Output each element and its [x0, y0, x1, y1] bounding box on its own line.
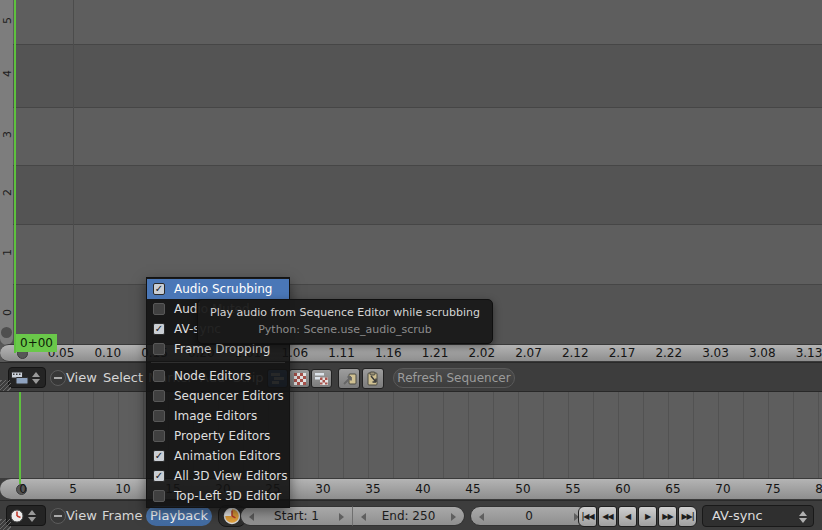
timeline-gridline	[343, 392, 344, 478]
editor-type-selector[interactable]	[8, 367, 46, 388]
checkbox-unchecked-icon[interactable]	[153, 410, 165, 422]
checkbox-unchecked-icon[interactable]	[153, 343, 165, 355]
menu-item-node-editors[interactable]: Node Editors	[147, 366, 289, 386]
channel-band	[0, 165, 822, 224]
collapse-menus-button[interactable]	[50, 370, 66, 386]
menu-item-image-editors[interactable]: Image Editors	[147, 406, 289, 426]
jump-to-prev-keyframe-button[interactable]: ◀◀	[598, 506, 617, 527]
menu-item-label: Image Editors	[174, 409, 257, 423]
sequencer-time-scrollbar[interactable]: 0.050.100.150.201.011.061.111.161.212.02…	[0, 344, 822, 362]
timeline-gridline	[493, 392, 494, 478]
jump-to-start-button[interactable]: |◀◀	[578, 506, 597, 527]
timeline-gridline	[93, 392, 94, 478]
seq-ruler-tick: 2.12	[562, 345, 589, 361]
menu-item-animation-editors[interactable]: ✓Animation Editors	[147, 446, 289, 466]
menu-item-label: Animation Editors	[174, 449, 281, 463]
paste-icon	[365, 371, 381, 387]
timeline-gridline	[643, 392, 644, 478]
channel-number-label: 3	[1, 125, 14, 145]
refresh-sequencer-button[interactable]: Refresh Sequencer	[393, 368, 515, 388]
checkbox-unchecked-icon[interactable]	[153, 303, 165, 315]
menu-view[interactable]: View	[66, 363, 97, 393]
start-frame-field[interactable]: Start: 1	[240, 506, 352, 526]
timeline-ruler-tick: 80	[815, 479, 822, 500]
channel-band	[0, 107, 822, 165]
checkbox-unchecked-icon[interactable]	[153, 430, 165, 442]
timeline-gridline	[418, 392, 419, 478]
timeline-gridline	[143, 392, 144, 478]
checkbox-unchecked-icon[interactable]	[153, 370, 165, 382]
menu-item-label: Node Editors	[174, 369, 251, 383]
timeline-gridline	[668, 392, 669, 478]
resize-grip-icon[interactable]	[0, 519, 11, 530]
menu-playback-active[interactable]: Playback	[146, 506, 212, 526]
sync-mode-value: AV-sync	[712, 508, 763, 523]
menu-select[interactable]: Select	[103, 363, 143, 393]
decrement-arrow-icon[interactable]	[249, 513, 254, 521]
timeline-gridline	[518, 392, 519, 478]
decrement-arrow-icon[interactable]	[479, 513, 484, 521]
timeline-gridline	[693, 392, 694, 478]
copy-icon	[341, 371, 357, 387]
current-frame-label[interactable]: 0+00	[16, 334, 57, 352]
scrollbar-knob[interactable]	[1, 327, 12, 338]
editor-type-selector[interactable]	[6, 505, 46, 526]
timeline-area[interactable]	[0, 392, 822, 478]
checkbox-checked-icon[interactable]: ✓	[153, 470, 165, 482]
checkbox-checked-icon[interactable]: ✓	[153, 450, 165, 462]
menu-item-label: Property Editors	[174, 429, 270, 443]
menu-item-sequencer-editors[interactable]: Sequencer Editors	[147, 386, 289, 406]
play-reverse-button[interactable]: ◀	[618, 506, 637, 527]
play-button[interactable]: ▶	[638, 506, 657, 527]
menu-item-property-editors[interactable]: Property Editors	[147, 426, 289, 446]
menu-item-audio-scrubbing[interactable]: ✓Audio Scrubbing	[147, 279, 289, 299]
view-type-sequence-preview-toggle[interactable]	[311, 369, 332, 388]
menu-separator	[151, 362, 285, 363]
menu-frame[interactable]: Frame	[102, 501, 143, 530]
timeline-gridline	[793, 392, 794, 478]
start-frame-value: Start: 1	[274, 509, 319, 523]
timeline-gridline	[768, 392, 769, 478]
menu-view[interactable]: View	[66, 501, 97, 530]
timeline-playhead[interactable]	[19, 392, 21, 484]
timeline-ruler-tick: 10	[115, 479, 130, 500]
seq-ruler-tick: 1.21	[422, 345, 449, 361]
menu-item-top-left-3d-editor[interactable]: Top-Left 3D Editor	[147, 486, 289, 506]
channel-separator	[0, 44, 822, 45]
copy-strips-button[interactable]	[338, 368, 360, 389]
channel-separator	[0, 224, 822, 225]
current-frame-field[interactable]: 0	[470, 506, 588, 526]
sequencer-gridline	[73, 0, 74, 344]
increment-arrow-icon[interactable]	[451, 513, 456, 521]
jump-to-end-button[interactable]: ▶▶|	[678, 506, 697, 527]
menu-item-all-3d-view-editors[interactable]: ✓All 3D View Editors	[147, 466, 289, 486]
timeline-frame-scrollbar[interactable]: 05101520253035404550556065707580	[0, 478, 822, 500]
checkbox-checked-icon[interactable]: ✓	[153, 283, 165, 295]
channel-band	[0, 44, 822, 107]
decrement-arrow-icon[interactable]	[361, 513, 366, 521]
timeline-header: ViewFramePlayback Start: 1 End: 250 0 |◀…	[0, 500, 822, 530]
timeline-gridline	[293, 392, 294, 478]
resize-grip-icon[interactable]	[0, 380, 11, 391]
menu-item-label: Frame Dropping	[174, 342, 270, 356]
end-frame-field[interactable]: End: 250	[352, 506, 465, 526]
channel-band	[0, 224, 822, 284]
sequencer-vertical-scrollbar[interactable]	[0, 0, 13, 345]
increment-arrow-icon[interactable]	[339, 513, 344, 521]
sync-mode-dropdown[interactable]: AV-sync	[702, 505, 814, 527]
channel-separator	[0, 284, 822, 285]
minus-icon	[54, 515, 62, 517]
seq-ruler-tick: 2.07	[515, 345, 542, 361]
checkbox-unchecked-icon[interactable]	[153, 390, 165, 402]
jump-to-next-keyframe-button[interactable]: ▶▶	[658, 506, 677, 527]
view-type-preview-toggle[interactable]	[289, 369, 310, 388]
seq-ruler-tick: 0.10	[94, 345, 121, 361]
channel-number-label: 4	[1, 64, 14, 84]
collapse-menus-button[interactable]	[50, 508, 66, 524]
sequencer-playhead[interactable]	[14, 0, 16, 353]
paste-strips-button[interactable]	[362, 368, 384, 389]
checkbox-checked-icon[interactable]: ✓	[153, 323, 165, 335]
end-frame-value: End: 250	[382, 509, 436, 523]
seq-ruler-tick: 1.11	[328, 345, 355, 361]
checkbox-unchecked-icon[interactable]	[153, 490, 165, 502]
